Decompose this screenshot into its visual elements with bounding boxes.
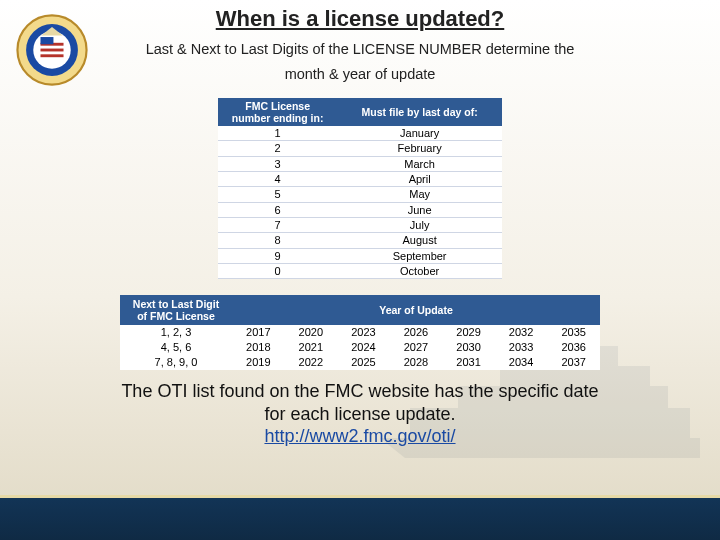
cell-month: May [337, 187, 502, 202]
bottom-bar [0, 498, 720, 540]
oti-link[interactable]: http://www2.fmc.gov/oti/ [264, 426, 455, 446]
cell-year: 2037 [547, 355, 600, 370]
cell-digit: 6 [218, 202, 337, 217]
table-row: 5May [218, 187, 502, 202]
cell-month: March [337, 156, 502, 171]
month-table-head-left: FMC License number ending in: [218, 98, 337, 126]
cell-year: 2028 [390, 355, 443, 370]
cell-digit-group: 4, 5, 6 [120, 340, 232, 355]
table-row: 3March [218, 156, 502, 171]
footer-text-block: The OTI list found on the FMC website ha… [0, 380, 720, 448]
cell-month: October [337, 263, 502, 278]
cell-year: 2017 [232, 325, 285, 340]
year-table-head-right: Year of Update [232, 295, 600, 325]
page-title: When is a license updated? [0, 6, 720, 32]
table-row: 2February [218, 141, 502, 156]
cell-month: August [337, 233, 502, 248]
table-row: 9September [218, 248, 502, 263]
cell-digit: 0 [218, 263, 337, 278]
month-table-head-right: Must file by last day of: [337, 98, 502, 126]
cell-year: 2021 [285, 340, 338, 355]
head-left-line2: number ending in: [232, 112, 324, 124]
cell-year: 2027 [390, 340, 443, 355]
cell-year: 2035 [547, 325, 600, 340]
cell-digit: 8 [218, 233, 337, 248]
slide: When is a license updated? Last & Next t… [0, 0, 720, 540]
cell-year: 2034 [495, 355, 548, 370]
cell-month: June [337, 202, 502, 217]
cell-year: 2024 [337, 340, 390, 355]
month-table: FMC License number ending in: Must file … [218, 98, 502, 279]
cell-month: April [337, 172, 502, 187]
cell-digit: 5 [218, 187, 337, 202]
year-table: Next to Last Digit of FMC License Year o… [120, 295, 600, 370]
cell-digit: 2 [218, 141, 337, 156]
cell-digit: 4 [218, 172, 337, 187]
cell-digit-group: 7, 8, 9, 0 [120, 355, 232, 370]
table-row: 7July [218, 217, 502, 232]
cell-month: February [337, 141, 502, 156]
cell-year: 2031 [442, 355, 495, 370]
cell-digit-group: 1, 2, 3 [120, 325, 232, 340]
table-row: 6June [218, 202, 502, 217]
cell-year: 2036 [547, 340, 600, 355]
year-table-head-left: Next to Last Digit of FMC License [120, 295, 232, 325]
table-row: 1January [218, 126, 502, 141]
table-row: 1, 2, 3 2017 2020 2023 2026 2029 2032 20… [120, 325, 600, 340]
subtitle-line-2: month & year of update [285, 66, 436, 82]
footer-line-1: The OTI list found on the FMC website ha… [121, 381, 598, 401]
subtitle-line-1: Last & Next to Last Digits of the LICENS… [146, 41, 575, 57]
cell-year: 2026 [390, 325, 443, 340]
cell-month: July [337, 217, 502, 232]
cell-year: 2033 [495, 340, 548, 355]
cell-year: 2030 [442, 340, 495, 355]
cell-year: 2032 [495, 325, 548, 340]
table-row: 8August [218, 233, 502, 248]
head-left-line1: FMC License [245, 100, 310, 112]
cell-year: 2025 [337, 355, 390, 370]
cell-month: January [337, 126, 502, 141]
cell-year: 2022 [285, 355, 338, 370]
cell-digit: 3 [218, 156, 337, 171]
head2-left-line2: of FMC License [137, 310, 215, 322]
cell-year: 2029 [442, 325, 495, 340]
footer-line-2: for each license update. [264, 404, 455, 424]
table-row: 4, 5, 6 2018 2021 2024 2027 2030 2033 20… [120, 340, 600, 355]
page-subtitle: Last & Next to Last Digits of the LICENS… [0, 37, 720, 86]
table-row: 4April [218, 172, 502, 187]
table-row: 7, 8, 9, 0 2019 2022 2025 2028 2031 2034… [120, 355, 600, 370]
cell-month: September [337, 248, 502, 263]
head2-left-line1: Next to Last Digit [133, 298, 219, 310]
table-row: 0October [218, 263, 502, 278]
cell-digit: 9 [218, 248, 337, 263]
cell-digit: 1 [218, 126, 337, 141]
cell-year: 2023 [337, 325, 390, 340]
cell-year: 2018 [232, 340, 285, 355]
cell-year: 2020 [285, 325, 338, 340]
cell-digit: 7 [218, 217, 337, 232]
cell-year: 2019 [232, 355, 285, 370]
